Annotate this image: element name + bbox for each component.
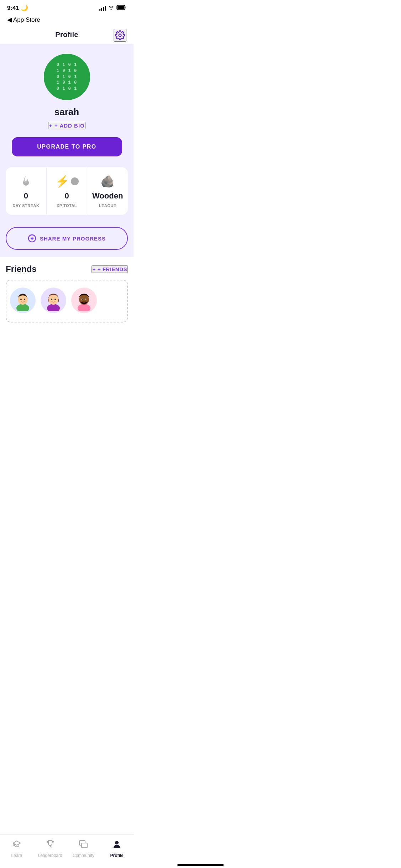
day-streak-stat: 0 DAY STREAK bbox=[6, 167, 47, 215]
league-stat: 🪨 Wooden LEAGUE bbox=[87, 167, 128, 215]
add-friends-button[interactable]: + + FRIENDS bbox=[92, 265, 128, 273]
svg-point-13 bbox=[48, 295, 58, 305]
svg-point-9 bbox=[20, 299, 22, 300]
add-bio-button[interactable]: + + ADD BIO bbox=[48, 122, 85, 129]
xp-total-stat: ⚡ 0 XP TOTAL bbox=[47, 167, 88, 215]
avatar-binary-art: 0 1 0 1 1 0 1 0 0 1 0 1 1 0 1 0 0 1 0 1 bbox=[44, 54, 90, 100]
friend-item[interactable] bbox=[71, 288, 97, 315]
svg-point-15 bbox=[54, 299, 56, 300]
page-title: Profile bbox=[55, 31, 78, 39]
share-progress-button[interactable]: SHARE MY PROGRESS bbox=[6, 227, 128, 250]
friend-avatar bbox=[10, 288, 36, 313]
time-display: 9:41 bbox=[7, 5, 19, 12]
friend-avatar bbox=[41, 288, 66, 313]
back-link[interactable]: ◀ App Store bbox=[7, 16, 126, 24]
stats-section: 0 DAY STREAK ⚡ 0 XP TOTAL 🪨 Wooden LEAGU… bbox=[0, 167, 134, 222]
xp-total-label: XP TOTAL bbox=[57, 203, 77, 208]
friends-list[interactable] bbox=[6, 280, 128, 322]
friend-avatar-image bbox=[43, 290, 64, 311]
app-store-back[interactable]: ◀ App Store bbox=[0, 15, 134, 26]
friends-header: Friends + + FRIENDS bbox=[6, 264, 128, 274]
status-time: 9:41 🌙 bbox=[7, 4, 28, 12]
add-friends-label: + FRIENDS bbox=[98, 266, 127, 272]
moon-icon: 🌙 bbox=[21, 4, 28, 12]
svg-point-14 bbox=[51, 299, 52, 300]
svg-point-22 bbox=[85, 299, 86, 300]
friend-avatar-image bbox=[73, 290, 95, 311]
share-section: SHARE MY PROGRESS bbox=[0, 222, 134, 257]
settings-button[interactable] bbox=[114, 29, 126, 42]
share-icon bbox=[28, 234, 36, 243]
signal-icon bbox=[99, 6, 106, 11]
page-header: Profile bbox=[0, 26, 134, 44]
svg-point-10 bbox=[24, 299, 25, 300]
share-progress-label: SHARE MY PROGRESS bbox=[40, 236, 106, 242]
svg-point-21 bbox=[82, 299, 83, 300]
add-friends-plus-icon: + bbox=[92, 266, 95, 272]
plus-icon: + bbox=[49, 123, 52, 129]
avatar[interactable]: 0 1 0 1 1 0 1 0 0 1 0 1 1 0 1 0 0 1 0 1 bbox=[44, 54, 90, 100]
lightning-icon: ⚡ bbox=[55, 175, 69, 188]
xp-circle-icon bbox=[71, 177, 79, 185]
profile-section: 0 1 0 1 1 0 1 0 0 1 0 1 1 0 1 0 0 1 0 1 … bbox=[0, 44, 134, 167]
friend-avatar bbox=[71, 288, 97, 313]
day-streak-value: 0 bbox=[24, 191, 28, 201]
friend-item[interactable] bbox=[10, 288, 36, 315]
fire-icon bbox=[21, 174, 31, 188]
upgrade-to-pro-button[interactable]: UPGRADE TO PRO bbox=[12, 137, 122, 156]
back-label: App Store bbox=[13, 16, 40, 24]
friends-title: Friends bbox=[6, 264, 37, 274]
day-streak-label: DAY STREAK bbox=[12, 203, 39, 208]
xp-icons: ⚡ bbox=[55, 174, 79, 188]
status-bar: 9:41 🌙 bbox=[0, 0, 134, 15]
xp-total-value: 0 bbox=[64, 191, 69, 201]
status-icons bbox=[99, 5, 126, 11]
svg-point-2 bbox=[119, 34, 121, 36]
stats-card: 0 DAY STREAK ⚡ 0 XP TOTAL 🪨 Wooden LEAGU… bbox=[6, 167, 128, 215]
add-bio-label: + ADD BIO bbox=[54, 123, 85, 129]
battery-icon bbox=[116, 5, 126, 11]
league-value: Wooden bbox=[92, 191, 123, 201]
wooden-league-icon: 🪨 bbox=[100, 174, 115, 188]
svg-rect-1 bbox=[118, 6, 125, 9]
gear-icon bbox=[115, 30, 125, 40]
wifi-icon bbox=[108, 5, 114, 11]
back-arrow-icon: ◀ bbox=[7, 16, 12, 24]
username-display: sarah bbox=[54, 107, 79, 118]
league-label: LEAGUE bbox=[99, 203, 116, 208]
friends-section: Friends + + FRIENDS bbox=[0, 257, 134, 330]
friend-item[interactable] bbox=[41, 288, 66, 315]
friend-avatar-image bbox=[12, 290, 33, 311]
